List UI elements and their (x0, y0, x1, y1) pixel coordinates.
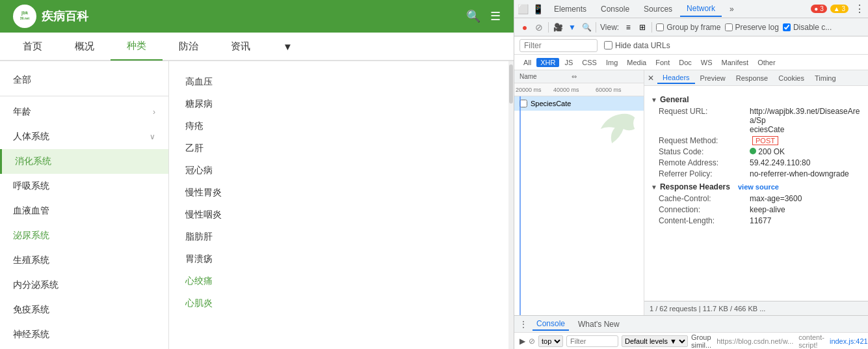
devtools-inspect-icon[interactable]: ⬜ (518, 4, 529, 14)
type-btn-other[interactable]: Other (754, 58, 780, 67)
site-nav: 首页 概况 种类 防治 资讯 ▼ (0, 33, 514, 61)
scroll-bar[interactable] (508, 61, 514, 349)
resize-handle[interactable]: ⇔ (572, 73, 577, 80)
devtools-tab-bar: ⬜ 📱 Elements Console Sources Network » ●… (514, 0, 868, 18)
filter-input[interactable] (519, 39, 598, 52)
logo-text: 疾病百科 (42, 8, 88, 24)
tab-network[interactable]: Network (680, 1, 722, 17)
detail-tab-response[interactable]: Response (731, 73, 774, 83)
detail-tab-cookies[interactable]: Cookies (773, 73, 809, 83)
sidebar-item-body-system[interactable]: 人体系统 ∨ (0, 124, 168, 149)
tab-elements[interactable]: Elements (547, 2, 593, 16)
collapse-triangle-2[interactable]: ▼ (651, 184, 657, 191)
menu-icon[interactable]: ☰ (490, 9, 501, 23)
collapse-triangle[interactable]: ▼ (651, 96, 657, 104)
sidebar-divider-1 (0, 96, 168, 96)
nav-item-overview[interactable]: 概况 (59, 32, 111, 61)
sidebar-item-immune[interactable]: 免疫系统 (0, 298, 168, 322)
group-by-frame-checkbox[interactable] (656, 23, 664, 31)
disease-ulcer[interactable]: 胃溃疡 (179, 248, 499, 270)
console-link[interactable]: index.js:421f:1 (830, 337, 868, 345)
disease-hypertension[interactable]: 高血压 (179, 71, 499, 93)
disease-angina[interactable]: 心绞痛 (179, 270, 499, 292)
disease-hepatitis[interactable]: 乙肝 (179, 137, 499, 160)
disable-cache-group: Disable c... (783, 23, 832, 32)
sidebar-item-all[interactable]: 全部 (0, 68, 168, 92)
view-source-link[interactable]: view source (738, 183, 779, 191)
disease-fatty-liver[interactable]: 脂肪肝 (179, 226, 499, 248)
tab-console[interactable]: Console (594, 2, 636, 16)
cache-control-row: Cache-Control: max-age=3600 (651, 194, 861, 203)
context-selector[interactable]: top (538, 335, 563, 347)
sidebar-item-nervous[interactable]: 神经系统 (0, 322, 168, 347)
disable-cache-label: Disable c... (793, 23, 832, 32)
stop-button[interactable]: ⊘ (534, 22, 544, 33)
detail-tab-headers[interactable]: Headers (657, 72, 695, 84)
content-area: 全部 年龄 › 人体系统 ∨ 消化系统 呼吸系统 血液血管 泌尿系统 生殖系统 … (0, 61, 514, 349)
type-btn-media[interactable]: Media (623, 58, 650, 67)
sidebar-item-age[interactable]: 年龄 › (0, 100, 168, 124)
type-btn-ws[interactable]: WS (697, 58, 717, 67)
disease-gastritis[interactable]: 慢性胃炎 (179, 182, 499, 204)
type-btn-img[interactable]: Img (602, 58, 622, 67)
nav-item-news[interactable]: 资讯 (215, 32, 267, 61)
disease-pharyngitis[interactable]: 慢性咽炎 (179, 204, 499, 226)
sidebar-item-reproductive[interactable]: 生殖系统 (0, 248, 168, 273)
disease-hemorrhoids[interactable]: 痔疮 (179, 115, 499, 137)
type-btn-xhr[interactable]: XHR (536, 58, 559, 67)
disease-myocarditis[interactable]: 心肌炎 (179, 292, 499, 314)
console-menu-icon[interactable]: ⋮ (519, 320, 527, 329)
type-btn-font[interactable]: Font (651, 58, 674, 67)
tab-more[interactable]: » (723, 2, 741, 16)
remote-address-value: 59.42.249.110:80 (750, 158, 810, 167)
group-by-frame-group: Group by frame (656, 23, 720, 32)
tab-sources[interactable]: Sources (637, 2, 679, 16)
console-play-icon[interactable]: ▶ (519, 337, 525, 346)
level-selector[interactable]: Default levels ▼ (622, 335, 688, 347)
view-waterfall-icon[interactable]: ⊞ (637, 22, 648, 33)
view-list-icon[interactable]: ≡ (623, 22, 633, 33)
type-btn-js[interactable]: JS (560, 58, 577, 67)
search-button[interactable]: 🔍 (581, 22, 592, 33)
tick-0: 20000 ms (514, 87, 553, 93)
record-button[interactable]: ● (519, 22, 530, 33)
disable-cache-checkbox[interactable] (783, 23, 791, 31)
nav-item-categories[interactable]: 种类 (111, 32, 163, 61)
console-filter-input[interactable] (566, 335, 618, 347)
sidebar-item-endocrine[interactable]: 内分泌系统 (0, 273, 168, 298)
type-filter-bar: All XHR JS CSS Img Media Font Doc WS Man… (514, 55, 868, 70)
connection-key: Connection: (659, 205, 750, 214)
svg-text:jbk: jbk (21, 10, 28, 16)
disease-coronary[interactable]: 冠心病 (179, 160, 499, 182)
group-similar-label: Group simil... (691, 333, 711, 349)
detail-tab-preview[interactable]: Preview (695, 73, 731, 83)
chevron-icon: › (153, 107, 155, 117)
nav-chevron[interactable]: ▼ (267, 32, 309, 61)
type-btn-css[interactable]: CSS (578, 58, 601, 67)
devtools-more-icon[interactable]: ⋮ (854, 3, 865, 15)
sidebar-item-digestive[interactable]: 消化系统 (0, 149, 168, 174)
console-stop-icon[interactable]: ⊘ (529, 337, 535, 346)
disease-diabetes[interactable]: 糖尿病 (179, 93, 499, 115)
detail-tab-timing[interactable]: Timing (809, 73, 841, 83)
nav-item-home[interactable]: 首页 (7, 32, 59, 61)
referrer-policy-row: Referrer Policy: no-referrer-when-downgr… (651, 169, 861, 178)
sidebar-item-respiratory[interactable]: 呼吸系统 (0, 174, 168, 199)
filter-button[interactable]: ▼ (567, 22, 577, 33)
sidebar-item-blood[interactable]: 血液血管 (0, 199, 168, 223)
nav-item-prevention[interactable]: 防治 (163, 32, 215, 61)
console-tab-active[interactable]: Console (533, 318, 569, 331)
close-details-button[interactable]: ✕ (648, 74, 654, 83)
type-btn-manifest[interactable]: Manifest (718, 58, 753, 67)
referrer-policy-value: no-referrer-when-downgrade (750, 169, 849, 178)
sidebar-item-urinary[interactable]: 泌尿系统 (0, 223, 168, 248)
camera-button[interactable]: 🎥 (553, 22, 563, 33)
scroll-thumb[interactable] (509, 64, 513, 104)
whats-new-tab[interactable]: What's New (574, 318, 624, 330)
devtools-device-icon[interactable]: 📱 (533, 4, 544, 14)
type-btn-doc[interactable]: Doc (675, 58, 696, 67)
type-btn-all[interactable]: All (519, 58, 535, 67)
search-icon[interactable]: 🔍 (466, 9, 480, 23)
hide-data-urls-checkbox[interactable] (604, 41, 612, 49)
preserve-log-checkbox[interactable] (725, 23, 733, 31)
